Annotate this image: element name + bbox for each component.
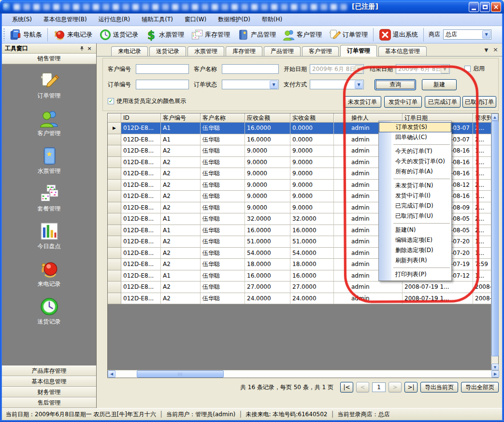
close-sidebar-icon[interactable]: × [86, 45, 93, 52]
export-all-pages-button[interactable]: 导出全部页 [461, 382, 499, 393]
prev-page-button[interactable]: < [356, 382, 369, 393]
row-selector-cell[interactable] [108, 293, 121, 305]
order-status-filter-button[interactable]: 未发货订单 [344, 96, 381, 108]
payment-combobox[interactable]: ▼ [310, 80, 364, 89]
context-menu-item[interactable]: 新建(N) [379, 225, 451, 235]
context-menu-item[interactable]: 所有的订单(A) [379, 167, 451, 177]
row-selector-cell[interactable] [108, 168, 121, 180]
context-menu-item[interactable]: 已取消订单(U) [379, 211, 451, 221]
horizontal-scroll-thumb[interactable]: ||| [137, 370, 224, 378]
context-menu-item[interactable]: 编辑选定项(E) [379, 235, 451, 245]
grid-header-cell[interactable]: 要求到货日期 [473, 113, 492, 123]
order-status-combobox[interactable]: ▼ [222, 80, 279, 89]
toolbar-grip[interactable] [3, 28, 5, 41]
grid-header-cell[interactable]: 客户编号 [161, 113, 201, 123]
sidebar-section-button[interactable]: 基本信息管理 [2, 376, 96, 387]
context-menu-item[interactable]: 打印列表(P) [379, 269, 451, 280]
sidebar-section-sales[interactable]: 销售管理 [2, 54, 96, 64]
tab-item[interactable]: 客户管理 [302, 46, 339, 56]
chevron-down-icon[interactable]: ▼ [482, 30, 490, 39]
tab-item[interactable]: 来电记录 [111, 46, 148, 56]
row-selector-cell[interactable] [108, 225, 121, 237]
enable-checkbox-row[interactable]: 启用 [464, 65, 485, 73]
sidebar-item[interactable]: 套餐管理 [38, 183, 61, 213]
toolbar-button[interactable]: 送货记录 [96, 27, 142, 43]
toolbar-button[interactable]: 来电记录 [50, 27, 96, 43]
tab-item[interactable]: 水票管理 [187, 46, 224, 56]
row-selector-cell[interactable] [108, 157, 121, 169]
export-current-page-button[interactable]: 导出当前页 [420, 382, 458, 393]
chevron-down-icon[interactable]: ▼ [355, 81, 363, 89]
tab-item[interactable]: 产品管理 [264, 46, 301, 56]
toolbar-button[interactable]: 库存管理 [187, 27, 233, 43]
order-status-filter-button[interactable]: 发货中订单 [384, 96, 422, 108]
menubar-item[interactable]: 系统(S) [7, 14, 37, 25]
color-checkbox[interactable]: ✓ [108, 98, 114, 104]
tab-item[interactable]: 送货记录 [149, 46, 186, 56]
tab-close-icon[interactable]: × [493, 47, 498, 53]
toolbar-button[interactable]: 订单管理 [325, 27, 371, 43]
end-date-picker[interactable]: 2009年 6月 8日 ▼ [396, 64, 450, 74]
shop-combobox[interactable]: 总店 ▼ [443, 29, 491, 40]
sidebar-section-button[interactable]: 售后管理 [2, 397, 96, 408]
sidebar-section-button[interactable]: 财务管理 [2, 387, 96, 397]
menubar-item[interactable]: 运行信息(R) [93, 14, 136, 25]
sidebar-item[interactable]: 今日盘点 [38, 221, 61, 251]
menubar-item[interactable]: 窗口(W) [179, 14, 212, 25]
pushpin-icon[interactable] [78, 45, 86, 52]
first-page-button[interactable]: |< [340, 382, 353, 393]
sidebar-item[interactable]: 水票管理 [38, 146, 61, 175]
toolbar-button[interactable]: 导航条 [6, 27, 45, 43]
row-selector-cell[interactable] [108, 134, 121, 146]
vertical-scroll-thumb[interactable] [491, 121, 499, 356]
sidebar-item[interactable]: 订单管理 [38, 70, 61, 100]
tab-item[interactable]: 订单管理 [340, 45, 377, 56]
sidebar-section-button[interactable]: 产品库存管理 [2, 366, 96, 376]
order-no-input[interactable] [136, 80, 189, 89]
order-status-filter-button[interactable]: 已完成订单 [425, 96, 461, 108]
menubar-item[interactable]: 数据维护(D) [213, 14, 256, 25]
scroll-right-icon[interactable]: ▶ [491, 370, 499, 378]
row-selector-cell[interactable] [108, 259, 121, 270]
chevron-down-icon[interactable]: ▼ [270, 81, 278, 89]
minimize-button[interactable] [469, 2, 479, 12]
new-button[interactable]: 新建 [422, 79, 457, 90]
context-menu-item[interactable]: 今天的订单(T) [379, 146, 451, 156]
grid-header-cell[interactable]: 应收金额 [245, 113, 290, 123]
start-date-picker[interactable]: 2009年 6月 8日 ▼ [310, 64, 364, 74]
grid-header-cell[interactable]: ID [121, 113, 161, 123]
toolbar-button[interactable]: 产品管理 [233, 27, 279, 43]
grid-header-cell[interactable]: 实收金额 [290, 113, 334, 123]
row-selector-cell[interactable] [108, 236, 121, 248]
row-selector-cell[interactable] [108, 248, 121, 259]
menubar-item[interactable]: 基本信息管理(B) [38, 14, 92, 25]
row-selector-cell[interactable] [108, 213, 121, 225]
order-status-filter-button[interactable]: 已取消订单 [462, 96, 496, 108]
grid-header-cell[interactable]: 客户名称 [201, 113, 245, 123]
context-menu-item[interactable]: 未发货订单(N) [379, 181, 451, 191]
context-menu-item[interactable]: 回单确认(C) [379, 132, 451, 142]
row-selector-cell[interactable] [108, 191, 121, 202]
last-page-button[interactable]: >| [404, 382, 418, 393]
query-button[interactable]: 查询 [374, 79, 416, 90]
tab-scroll-down-icon[interactable]: ▼ [484, 47, 488, 53]
scroll-left-icon[interactable]: ◀ [108, 370, 115, 378]
customer-name-input[interactable] [222, 64, 279, 74]
context-menu-item[interactable]: 今天的发货订单(O) [379, 156, 451, 167]
row-selector-cell[interactable] [108, 145, 121, 157]
row-selector-cell[interactable] [108, 281, 121, 293]
toolbar-button[interactable]: 客户管理 [279, 27, 325, 43]
sidebar-item[interactable]: 送货记录 [38, 296, 61, 326]
toolbar-button[interactable]: $水票管理 [142, 27, 187, 43]
vertical-scrollbar[interactable]: ▲ ▼ [491, 113, 498, 371]
context-menu-item[interactable]: 已完成订单(D) [379, 201, 451, 211]
sidebar-item[interactable]: 来电记录 [38, 259, 61, 288]
context-menu-item[interactable]: 删除选定项(D) [379, 245, 451, 255]
row-selector-cell[interactable]: ▶ [108, 123, 121, 134]
row-selector-cell[interactable] [108, 270, 121, 282]
table-row[interactable]: 012D-E8...A2伍华聪27.000027.0000admin2008-0… [108, 281, 492, 293]
context-menu-item[interactable]: 订单发货(S) [379, 122, 451, 132]
row-selector-cell[interactable] [108, 180, 121, 191]
tab-item[interactable]: 库存管理 [226, 46, 262, 56]
table-row[interactable]: 012D-E8...A2伍华聪24.000024.0000admin2008-0… [108, 293, 492, 305]
